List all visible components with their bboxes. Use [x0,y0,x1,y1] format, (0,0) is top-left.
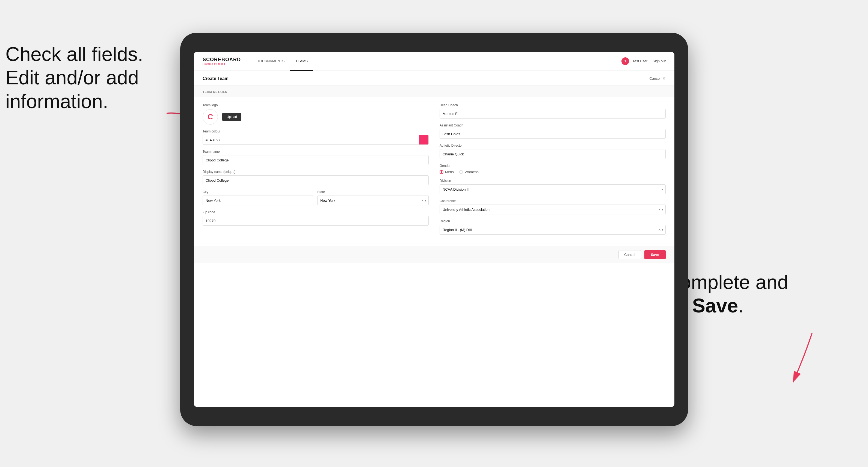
form-right: Head Coach Assistant Coach Athletic Dire… [440,103,666,240]
gender-womens-text: Womens [465,170,478,174]
annotation-bold: Save [692,295,738,316]
form-left: Team logo C Upload Team colour [203,103,429,240]
color-swatch[interactable] [419,135,429,145]
region-select-wrap: Region II - (M) DIII ✕ ▾ [440,225,666,235]
nav-menu: TOURNAMENTS TEAMS [252,52,313,70]
gender-mens-text: Mens [445,170,454,174]
region-label: Region [440,219,666,223]
conference-select[interactable]: University Athletic Association [440,205,666,214]
zip-input[interactable] [203,216,429,225]
signout-link[interactable]: Sign out [653,59,666,63]
state-select-wrap: New York ✕ ▾ [317,195,429,206]
gender-mens-radio[interactable] [440,170,443,174]
annotation-line2: Edit and/or add [5,67,139,89]
team-name-input[interactable] [203,155,429,165]
conference-select-wrap: University Athletic Association ✕ ▾ [440,205,666,214]
state-select[interactable]: New York [317,195,429,206]
assistant-coach-group: Assistant Coach [440,123,666,139]
city-state-row: City State New York ✕ ▾ [203,190,429,206]
logo-preview-area: C Upload [203,109,429,125]
team-name-label: Team name [203,150,429,154]
team-colour-label: Team colour [203,129,429,133]
assistant-coach-label: Assistant Coach [440,123,666,127]
city-input[interactable] [203,195,314,206]
athletic-director-group: Athletic Director [440,144,666,159]
color-input-wrap [203,135,429,145]
assistant-coach-input[interactable] [440,129,666,139]
action-bar: Cancel Save [194,246,674,263]
city-group: City [203,190,314,206]
city-label: City [203,190,314,194]
head-coach-label: Head Coach [440,103,666,107]
tablet-device: SCOREBOARD Powered by clippd TOURNAMENTS… [180,33,688,426]
conference-label: Conference [440,199,666,203]
form-area: Team logo C Upload Team colour [194,97,674,246]
navbar-right: T Test User | Sign out [621,57,666,65]
team-logo-label: Team logo [203,103,429,107]
head-coach-input[interactable] [440,109,666,119]
cancel-button[interactable]: Cancel [618,250,641,259]
region-group: Region Region II - (M) DIII ✕ ▾ [440,219,666,235]
gender-label: Gender [440,164,666,168]
athletic-director-input[interactable] [440,149,666,159]
division-select[interactable]: NCAA Division III [440,184,666,194]
upload-button[interactable]: Upload [222,113,241,121]
state-group: State New York ✕ ▾ [317,190,429,206]
gender-group: Gender Mens Womens [440,164,666,174]
display-name-label: Display name (unique) [203,170,429,174]
avatar: T [621,57,629,65]
gender-row: Mens Womens [440,170,666,174]
gender-womens-label[interactable]: Womens [459,170,478,174]
close-icon: ✕ [662,76,666,81]
annotation-line1: Check all fields. [5,43,143,65]
logo-title: SCOREBOARD [203,57,241,63]
zip-label: Zip code [203,210,429,214]
cancel-top-label: Cancel [650,76,660,81]
arrow-right [755,331,815,385]
division-label: Division [440,179,666,183]
logo-letter: C [208,113,213,121]
annotation-right-period: . [738,295,743,316]
section-label: TEAM DETAILS [194,86,674,97]
cancel-top-button[interactable]: Cancel ✕ [650,76,666,81]
save-button[interactable]: Save [644,250,666,259]
gender-mens-label[interactable]: Mens [440,170,454,174]
team-name-group: Team name [203,150,429,165]
logo-preview-circle: C [203,109,218,125]
page-header: Create Team Cancel ✕ [194,70,674,86]
tablet-screen: SCOREBOARD Powered by clippd TOURNAMENTS… [194,52,674,407]
annotation-line3: information. [5,90,108,112]
region-select[interactable]: Region II - (M) DIII [440,225,666,235]
display-name-group: Display name (unique) [203,170,429,185]
annotation-right: Complete and hit Save. [666,270,819,318]
division-select-wrap: NCAA Division III ▾ [440,184,666,194]
app-logo: SCOREBOARD Powered by clippd [203,57,241,65]
team-logo-section: Team logo C Upload [203,103,429,125]
state-label: State [317,190,429,194]
annotation-left: Check all fields. Edit and/or add inform… [5,42,164,113]
conference-group: Conference University Athletic Associati… [440,199,666,214]
athletic-director-label: Athletic Director [440,144,666,148]
page-title: Create Team [203,76,228,81]
display-name-input[interactable] [203,175,429,185]
navbar: SCOREBOARD Powered by clippd TOURNAMENTS… [194,52,674,70]
team-colour-input[interactable] [203,135,419,145]
user-name: Test User | [632,59,649,63]
division-group: Division NCAA Division III ▾ [440,179,666,194]
team-colour-group: Team colour [203,129,429,145]
gender-womens-radio[interactable] [459,170,463,174]
zip-group: Zip code [203,210,429,225]
nav-item-teams[interactable]: TEAMS [290,52,313,71]
nav-item-tournaments[interactable]: TOURNAMENTS [252,52,290,71]
head-coach-group: Head Coach [440,103,666,119]
logo-subtitle: Powered by clippd [203,63,241,65]
